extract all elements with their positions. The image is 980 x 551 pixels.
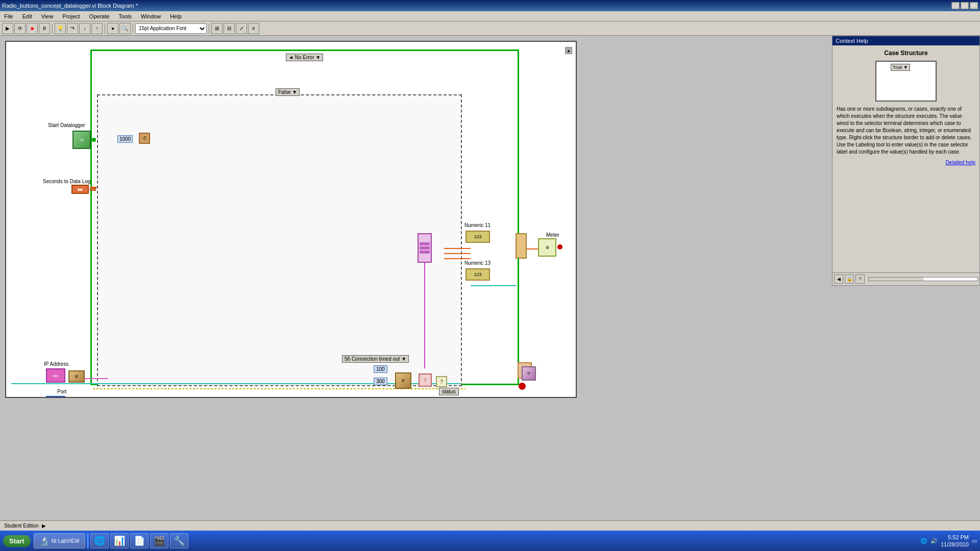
clock-date: 11/28/2010 [941, 541, 969, 548]
true-dropdown-label: True ▼ [893, 65, 908, 70]
title-bar-buttons: − □ × [951, 2, 978, 9]
ip-vi-node: ⊞ [68, 370, 85, 383]
taskbar-labview[interactable]: 🔬 NI LabVIEW [34, 533, 85, 548]
red-terminal-right [519, 383, 526, 390]
numeric11-indicator: 123 [465, 231, 490, 243]
status-bar: Student Edition ▶ [0, 520, 980, 531]
constant-1000-value: 1000 [119, 136, 131, 142]
reorder-button[interactable]: ≡ [248, 23, 259, 34]
maximize-button[interactable]: □ [961, 2, 969, 9]
breakpoint-button[interactable]: ● [107, 23, 118, 34]
menu-operate[interactable]: Operate [87, 13, 112, 19]
connection-timed-out-dropdown[interactable]: 56 Connection timed out ▼ [342, 355, 409, 363]
block-diagram: ◄ No Error ▼ False ▼ 1000 ⏱ [5, 41, 577, 398]
menu-edit[interactable]: Edit [20, 13, 34, 19]
false-label: False ▼ [278, 89, 297, 95]
font-selector[interactable]: 15pt Application Font [135, 23, 207, 34]
no-error-dropdown[interactable]: ◄ No Error ▼ [286, 54, 323, 61]
close-button[interactable]: × [970, 2, 978, 9]
status-text: Student Edition [4, 523, 39, 529]
taskbar-unknown[interactable]: 🔧 [170, 533, 188, 548]
start-datalogger-label: Start Datalogger [48, 122, 85, 128]
menu-view[interactable]: View [39, 13, 56, 19]
error-node: ! [419, 373, 432, 387]
menu-bar: File Edit View Project Operate Tools Win… [0, 11, 980, 21]
start-button[interactable]: Start [3, 535, 31, 547]
menu-file[interactable]: File [2, 13, 15, 19]
ip-address-label: IP Address [44, 361, 68, 367]
numeric13-indicator: 123 [465, 268, 490, 281]
title-bar: Radio_buttons_concept_datalogger.vi Bloc… [0, 0, 980, 11]
no-error-label: ◄ No Error ▼ [288, 55, 321, 60]
run-button[interactable]: ▶ [2, 23, 13, 34]
abort-button[interactable]: ■ [27, 23, 38, 34]
separator-4 [209, 23, 209, 34]
show-desktop-icon[interactable]: ▭ [972, 538, 977, 544]
taskbar: Start 🔬 NI LabVIEW 🌐 📊 📄 🎬 🔧 🌐 🔊 5:52 PM… [0, 531, 980, 551]
detailed-help-link[interactable]: Detailed help [837, 160, 975, 165]
context-help-subject: Case Structure [837, 49, 975, 57]
scroll-up[interactable]: ▲ [565, 47, 572, 54]
case-structure: False ▼ 1000 ⏱ [97, 94, 462, 386]
help-lock-btn[interactable]: 🔒 [845, 274, 854, 284]
constant-1000-box: 1000 [117, 135, 133, 143]
highlight-button[interactable]: 💡 [55, 23, 66, 34]
distribute-button[interactable]: ⊟ [224, 23, 235, 34]
seconds-terminal: ■■ [71, 185, 89, 194]
main-area: ◄ No Error ▼ False ▼ 1000 ⏱ [0, 36, 980, 520]
resize-button[interactable]: ⤢ [236, 23, 247, 34]
cluster-node-1 [516, 233, 527, 259]
case-structure-preview: True ▼ [875, 61, 937, 102]
volume-icon: 🔊 [930, 538, 938, 544]
minimize-button[interactable]: − [951, 2, 960, 9]
constant-100-value: 100 [376, 366, 385, 372]
menu-window[interactable]: Window [139, 13, 163, 19]
start-datalogger-node[interactable]: VI [72, 131, 91, 149]
network-icon: 🌐 [920, 538, 927, 544]
taskbar-chrome[interactable]: 🌐 [90, 533, 109, 548]
toolbar: ▶ ⟳ ■ ⏸ 💡 ↷ ↓ ↑ ● 🔍 15pt Application Fon… [0, 21, 980, 36]
menu-project[interactable]: Project [60, 13, 82, 19]
context-help-title-text: Context Help [836, 38, 868, 44]
numeric13-label: Numeric 13 [464, 260, 491, 266]
run-continuously-button[interactable]: ⟳ [14, 23, 26, 34]
false-dropdown[interactable]: False ▼ [276, 88, 300, 96]
question-node: ? [436, 376, 447, 387]
help-question-btn[interactable]: ? [855, 274, 865, 284]
taskbar-ni[interactable]: 📊 [110, 533, 129, 548]
context-help-title: Context Help [832, 36, 979, 45]
taskbar-system-tray: 🌐 🔊 5:52 PM 11/28/2010 ▭ [920, 534, 977, 548]
menu-help[interactable]: Help [168, 13, 184, 19]
meter-terminal [557, 244, 562, 249]
taskbar-media[interactable]: 🎬 [150, 533, 168, 548]
start-datalogger-terminal [92, 138, 96, 142]
taskbar-word[interactable]: 📄 [130, 533, 149, 548]
constant-300-box: 300 [374, 378, 387, 385]
step-into-button[interactable]: ↓ [79, 23, 90, 34]
true-dropdown[interactable]: True ▼ [891, 64, 910, 71]
context-help-footer: ◀ 🔒 ? [832, 272, 979, 285]
context-help-description: Has one or more subdiagrams, or cases, e… [837, 106, 975, 156]
step-over-button[interactable]: ↷ [67, 23, 78, 34]
help-back-btn[interactable]: ◀ [834, 274, 843, 284]
seconds-wire-terminal [90, 188, 96, 191]
step-out-button[interactable]: ↑ [91, 23, 103, 34]
numeric11-value: 123 [474, 234, 481, 239]
meter-node[interactable]: ⚙ [538, 238, 556, 257]
ip-address-control[interactable]: abc [46, 368, 65, 383]
align-button[interactable]: ⊞ [211, 23, 223, 34]
meter-label: Meter [546, 232, 559, 238]
taskbar-clock: 5:52 PM 11/28/2010 [941, 534, 969, 548]
constant-300-value: 300 [376, 379, 385, 384]
port-control[interactable]: ■■ [46, 396, 65, 398]
probe-button[interactable]: 🔍 [119, 23, 131, 34]
port-label: Port [57, 389, 66, 394]
timer-node: ⏱ [139, 133, 150, 144]
split-signals-node [418, 233, 432, 263]
taskbar-labview-label: NI LabVIEW [52, 538, 80, 544]
pause-button[interactable]: ⏸ [39, 23, 50, 34]
clock-time: 5:52 PM [941, 534, 969, 541]
menu-tools[interactable]: Tools [116, 13, 134, 19]
window-title: Radio_buttons_concept_datalogger.vi Bloc… [2, 3, 138, 9]
scroll-arrow-small[interactable]: ▶ [42, 523, 46, 529]
